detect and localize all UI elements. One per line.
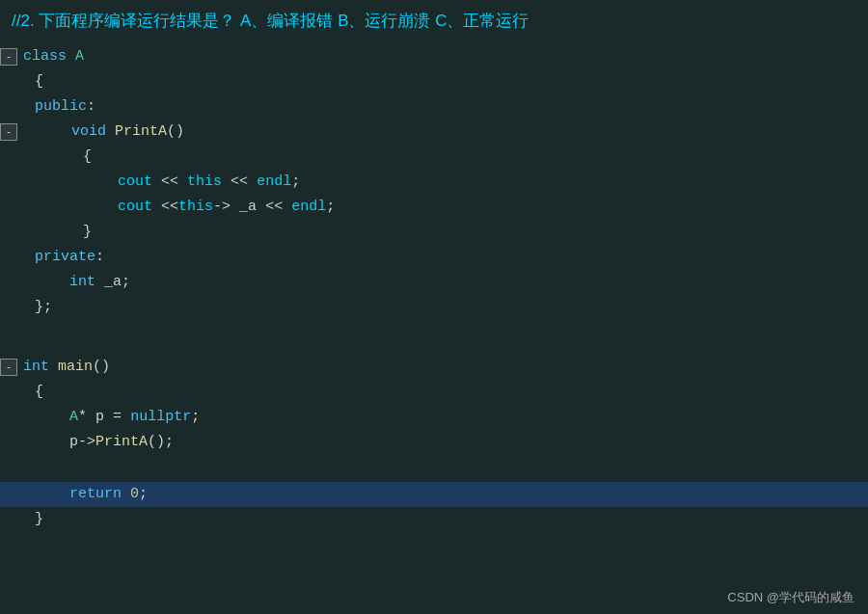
code-content-main: int main()	[19, 355, 110, 380]
code-line-nullptr: A* p = nullptr;	[0, 405, 868, 430]
code-line-private: private:	[0, 245, 868, 270]
code-content-brace3: }	[44, 220, 92, 245]
code-line-class: - class A	[0, 44, 868, 69]
code-line-empty1	[0, 320, 868, 345]
code-content-main-brace2: }	[31, 507, 43, 532]
code-content-int: int _a;	[31, 270, 130, 295]
code-line-cout2: cout <<this-> _a << endl;	[0, 195, 868, 220]
code-content-call: p->PrintA();	[31, 430, 174, 455]
code-line-int: int _a;	[0, 270, 868, 295]
code-area: - class A { public: - void PrintA()	[0, 40, 868, 536]
question-header: //2. 下面程序编译运行结果是？ A、编译报错 B、运行崩溃 C、正常运行	[0, 0, 868, 40]
code-content-public: public:	[31, 94, 95, 120]
code-line-main-brace1: {	[0, 380, 868, 405]
code-line-printa: - void PrintA()	[0, 120, 868, 145]
code-line-call: p->PrintA();	[0, 430, 868, 455]
code-line-brace4: };	[0, 295, 868, 320]
code-content-private: private:	[31, 245, 104, 270]
fold-btn-main[interactable]: -	[0, 359, 17, 376]
code-line-main-brace2: }	[0, 507, 868, 532]
code-content-return: return 0;	[31, 482, 148, 507]
code-line-empty2	[0, 345, 868, 355]
code-line-empty3	[0, 455, 868, 468]
question-text: //2. 下面程序编译运行结果是？ A、编译报错 B、运行崩溃 C、正常运行	[12, 12, 529, 30]
code-content-cout2: cout <<this-> _a << endl;	[44, 195, 335, 220]
code-line-brace3: }	[0, 220, 868, 245]
code-content-nullptr: A* p = nullptr;	[31, 405, 200, 430]
code-content-brace4: };	[31, 295, 52, 320]
code-content-brace1: {	[31, 69, 43, 94]
code-line-public: public:	[0, 94, 868, 120]
fold-btn-class[interactable]: -	[0, 48, 17, 66]
code-line-main: - int main()	[0, 355, 868, 380]
code-line-cout1: cout << this << endl;	[0, 170, 868, 195]
editor-container: //2. 下面程序编译运行结果是？ A、编译报错 B、运行崩溃 C、正常运行 -…	[0, 0, 868, 614]
code-line-brace1: {	[0, 69, 868, 94]
fold-btn-printa[interactable]: -	[0, 123, 17, 141]
code-line-empty4	[0, 468, 868, 482]
code-content-brace2: {	[44, 145, 92, 170]
code-line-brace2: {	[0, 145, 868, 170]
code-content-main-brace1: {	[31, 380, 43, 405]
code-line-return: return 0;	[0, 482, 868, 507]
watermark: CSDN @学代码的咸鱼	[727, 589, 854, 606]
code-content-printa: void PrintA()	[33, 120, 184, 145]
code-content-cout1: cout << this << endl;	[44, 170, 300, 195]
code-content-class: class A	[19, 44, 84, 69]
